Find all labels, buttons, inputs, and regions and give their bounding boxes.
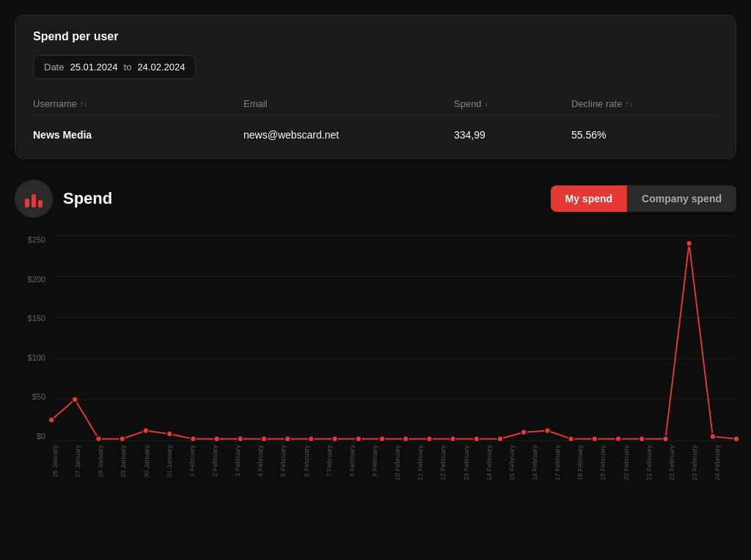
- x-label: 24 February: [714, 445, 736, 481]
- cell-spend: 334,99: [454, 129, 571, 141]
- x-label: 16 February: [531, 445, 554, 481]
- x-label: 22 February: [668, 445, 691, 481]
- y-label-0: $0: [37, 432, 45, 441]
- bar1: [25, 199, 29, 207]
- spend-header: Spend My spend Company spend: [15, 180, 736, 218]
- x-label: 19 February: [599, 445, 622, 481]
- x-label: 20 February: [623, 445, 645, 481]
- sort-icon-spend: ↓: [485, 100, 488, 108]
- x-label: 27 January: [74, 445, 97, 478]
- date-to: 24.02.2024: [137, 62, 185, 73]
- x-label: 18 February: [576, 445, 599, 481]
- chart-bars-icon: [25, 190, 43, 207]
- x-label: 30 January: [143, 445, 166, 478]
- y-label-200: $200: [28, 275, 45, 284]
- date-filter[interactable]: Date 25.01.2024 to 24.02.2024: [33, 55, 196, 79]
- x-label: 12 February: [439, 445, 462, 481]
- x-label: 13 February: [463, 445, 486, 481]
- x-label: 28 January: [97, 445, 120, 478]
- spend-title-group: Spend: [15, 180, 112, 218]
- y-axis: $250 $200 $150 $100 $50 $0: [15, 235, 51, 441]
- x-label: 21 February: [645, 445, 668, 481]
- x-label: 3 February: [234, 445, 257, 477]
- x-label: 8 February: [348, 445, 371, 477]
- cell-username: News Media: [33, 129, 243, 141]
- x-label: 23 February: [691, 445, 714, 481]
- spend-title: Spend: [63, 189, 112, 208]
- chart-container: $250 $200 $150 $100 $50 $0 26 January27 …: [15, 235, 736, 485]
- card-title: Spend per user: [33, 30, 718, 43]
- x-label: 26 January: [51, 445, 74, 478]
- x-label: 14 February: [486, 445, 508, 481]
- x-label: 5 February: [279, 445, 302, 477]
- svg-point-1: [72, 397, 78, 402]
- chart-area: [51, 235, 736, 441]
- col-email: Email: [243, 98, 454, 109]
- svg-point-0: [48, 417, 54, 423]
- spend-icon-background: [15, 180, 53, 218]
- col-username[interactable]: Username ↑↓: [33, 98, 243, 109]
- x-label: 17 February: [554, 445, 576, 481]
- x-label: 2 February: [211, 445, 234, 477]
- col-spend[interactable]: Spend ↓: [454, 98, 571, 109]
- x-label: 15 February: [508, 445, 531, 481]
- date-separator: to: [124, 62, 132, 73]
- x-label: 29 January: [120, 445, 142, 478]
- spend-section: Spend My spend Company spend $250 $200 $…: [15, 180, 736, 485]
- x-label: 7 February: [326, 445, 348, 477]
- col-decline-rate[interactable]: Decline rate ↑↓: [571, 98, 718, 109]
- table-row: News Media news@webscard.net 334,99 55.5…: [33, 119, 718, 144]
- sort-icon-decline: ↑↓: [625, 100, 632, 108]
- y-label-50: $50: [32, 392, 45, 401]
- my-spend-button[interactable]: My spend: [551, 185, 628, 212]
- x-label: 6 February: [303, 445, 326, 477]
- svg-point-20: [521, 430, 527, 435]
- svg-point-21: [545, 428, 551, 434]
- svg-point-28: [710, 433, 716, 439]
- spend-per-user-card: Spend per user Date 25.01.2024 to 24.02.…: [15, 15, 736, 159]
- cell-email: news@webscard.net: [243, 129, 454, 141]
- svg-point-4: [143, 428, 149, 434]
- y-label-150: $150: [28, 314, 45, 323]
- table-header: Username ↑↓ Email Spend ↓ Decline rate ↑…: [33, 94, 718, 116]
- x-axis-labels: 26 January27 January28 January29 January…: [51, 441, 736, 485]
- cell-decline-rate: 55.56%: [571, 129, 718, 141]
- toggle-group: My spend Company spend: [551, 185, 736, 212]
- line-chart-svg: [51, 235, 736, 441]
- sort-icon-username: ↑↓: [80, 100, 87, 108]
- x-label: 9 February: [371, 445, 394, 477]
- date-from: 25.01.2024: [70, 62, 117, 73]
- x-label: 10 February: [394, 445, 417, 481]
- x-label: 4 February: [257, 445, 279, 477]
- x-label: 31 January: [166, 445, 188, 478]
- bar3: [38, 200, 43, 207]
- company-spend-button[interactable]: Company spend: [627, 185, 736, 212]
- x-label: 11 February: [417, 445, 439, 481]
- date-label: Date: [44, 62, 64, 73]
- x-label: 1 February: [188, 445, 211, 477]
- y-label-250: $250: [28, 235, 45, 244]
- y-label-100: $100: [28, 353, 45, 362]
- svg-point-27: [686, 240, 692, 246]
- svg-point-5: [166, 431, 172, 437]
- bar2: [32, 194, 36, 207]
